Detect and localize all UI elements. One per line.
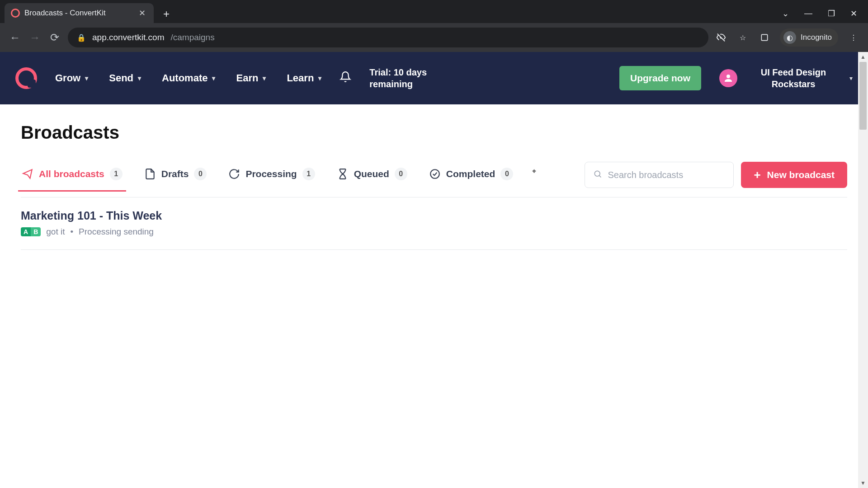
back-button[interactable]: ← (8, 31, 22, 44)
svg-point-1 (430, 169, 439, 178)
convertkit-favicon-icon (11, 9, 20, 18)
incognito-icon: ◐ (783, 31, 796, 44)
close-tab-icon[interactable]: ✕ (139, 8, 146, 18)
scroll-thumb[interactable] (859, 62, 867, 130)
minimize-icon[interactable]: ― (804, 9, 812, 19)
tab-all[interactable]: All broadcasts 1 (21, 168, 123, 191)
processing-icon (228, 168, 240, 180)
broadcast-title: Marketing 101 - This Week (21, 209, 847, 222)
chevron-down-icon: ▾ (138, 75, 141, 82)
incognito-badge[interactable]: ◐ Incognito (780, 28, 838, 47)
tab-drafts[interactable]: Drafts 0 (143, 168, 208, 191)
window-controls: ⌄ ― ❐ ✕ (782, 9, 868, 23)
close-window-icon[interactable]: ✕ (850, 9, 857, 19)
tab-processing[interactable]: Processing 1 (227, 168, 316, 191)
tab-completed[interactable]: Completed 0 (428, 168, 514, 191)
search-input[interactable] (608, 170, 725, 180)
plus-icon: + (754, 169, 760, 181)
chevron-down-icon: ▾ (85, 75, 88, 82)
browser-titlebar: Broadcasts - ConvertKit ✕ + ⌄ ― ❐ ✕ (0, 0, 868, 23)
nav-label: Grow (55, 72, 80, 84)
queued-icon (337, 168, 349, 180)
nav-learn[interactable]: Learn▾ (287, 72, 321, 84)
all-icon (22, 168, 33, 180)
tab-label: Drafts (161, 169, 189, 179)
chevron-down-icon: ▾ (318, 75, 321, 82)
chevron-down-icon: ▾ (212, 75, 215, 82)
browser-tab[interactable]: Broadcasts - ConvertKit ✕ (5, 3, 154, 23)
forward-button[interactable]: → (28, 31, 42, 44)
eye-off-icon[interactable] (715, 31, 727, 44)
nav-label: Send (109, 72, 133, 84)
account-menu[interactable]: UI Feed Design Rockstars ▾ (719, 66, 853, 90)
lock-icon: 🔒 (77, 33, 86, 42)
main-nav: Grow▾ Send▾ Automate▾ Earn▾ Learn▾ (55, 72, 321, 84)
tab-title: Broadcasts - ConvertKit (24, 9, 106, 18)
avatar-icon (719, 69, 737, 87)
broadcast-subject: got it (46, 227, 65, 237)
extensions-icon[interactable] (758, 31, 771, 44)
new-broadcast-button[interactable]: + New broadcast (741, 162, 847, 188)
maximize-icon[interactable]: ❐ (828, 9, 835, 19)
svg-point-2 (595, 171, 600, 176)
broadcast-status: Processing sending (79, 227, 154, 237)
nav-label: Earn (236, 72, 258, 84)
new-tab-button[interactable]: + (158, 6, 175, 22)
account-name: UI Feed Design Rockstars (748, 66, 839, 90)
tab-count: 0 (194, 168, 207, 180)
upgrade-button[interactable]: Upgrade now (619, 66, 701, 90)
tab-label: All broadcasts (39, 169, 104, 179)
search-icon (593, 169, 602, 180)
trial-status: Trial: 10 days remaining (369, 66, 451, 90)
address-bar[interactable]: 🔒 app.convertkit.com/campaigns (68, 28, 708, 47)
convertkit-logo-icon[interactable] (15, 67, 37, 89)
bell-icon[interactable] (340, 71, 351, 85)
ab-test-badge: AB (21, 227, 41, 236)
chevron-down-icon: ▾ (263, 75, 266, 82)
scroll-down-icon[interactable]: ▼ (858, 478, 868, 488)
new-broadcast-label: New broadcast (767, 169, 835, 180)
tab-count: 1 (110, 168, 123, 180)
url-host: app.convertkit.com (92, 33, 164, 42)
broadcast-row[interactable]: Marketing 101 - This Week AB got it • Pr… (21, 197, 847, 250)
scrollbar[interactable]: ▲ ▼ (858, 52, 868, 488)
filter-toolbar: All broadcasts 1 Drafts 0 Processing 1 Q… (21, 162, 847, 197)
browser-toolbar: ← → ⟳ 🔒 app.convertkit.com/campaigns ☆ ◐… (0, 23, 868, 52)
tab-label: Queued (354, 169, 389, 179)
scroll-up-icon[interactable]: ▲ (858, 52, 868, 62)
tab-queued[interactable]: Queued 0 (336, 168, 408, 191)
reload-button[interactable]: ⟳ (48, 31, 61, 44)
nav-label: Automate (162, 72, 208, 84)
url-path: /campaigns (170, 33, 214, 42)
tab-count: 0 (395, 168, 407, 180)
tab-count: 0 (500, 168, 513, 180)
star-icon[interactable]: ☆ (736, 31, 749, 44)
chevron-down-icon[interactable]: ⌄ (782, 9, 789, 19)
nav-earn[interactable]: Earn▾ (236, 72, 266, 84)
nav-automate[interactable]: Automate▾ (162, 72, 215, 84)
nav-send[interactable]: Send▾ (109, 72, 141, 84)
completed-icon (429, 168, 441, 180)
drafts-icon (144, 168, 156, 180)
svg-rect-0 (761, 34, 767, 40)
incognito-label: Incognito (801, 33, 832, 42)
search-input-wrap[interactable] (585, 162, 734, 188)
tab-label: Processing (245, 169, 297, 179)
app-header: Grow▾ Send▾ Automate▾ Earn▾ Learn▾ Trial… (0, 52, 868, 104)
tab-count: 1 (302, 168, 315, 180)
nav-label: Learn (287, 72, 314, 84)
chevron-down-icon: ▾ (849, 75, 853, 82)
broadcast-meta: AB got it • Processing sending (21, 227, 847, 237)
page-title: Broadcasts (21, 122, 847, 143)
kebab-menu-icon[interactable]: ⋮ (847, 31, 860, 44)
nav-grow[interactable]: Grow▾ (55, 72, 88, 84)
tab-label: Completed (446, 169, 495, 179)
